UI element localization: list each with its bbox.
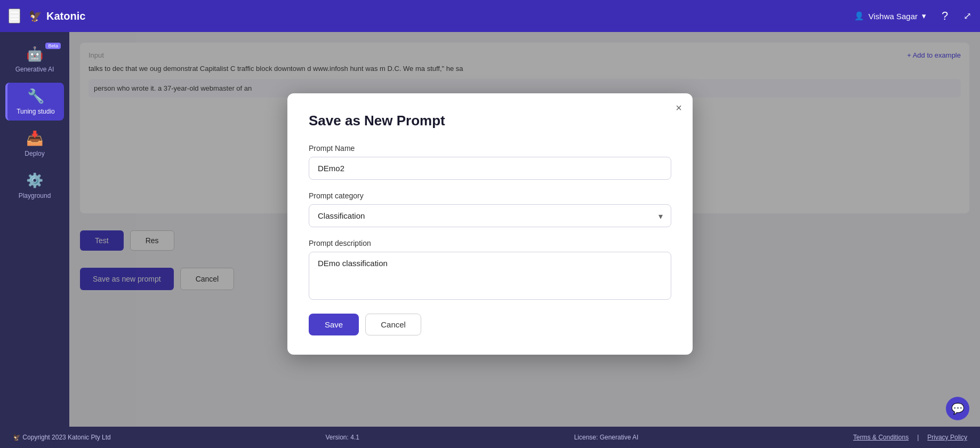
version-text: Version: 4.1 <box>326 434 359 441</box>
modal-close-button[interactable]: × <box>676 102 682 114</box>
prompt-category-select-wrapper: Classification Generation Summarization … <box>309 204 671 227</box>
sidebar-item-playground[interactable]: ⚙️ Playground <box>5 167 64 205</box>
logo-bird-icon: 🦅 <box>29 10 42 22</box>
hamburger-button[interactable]: ☰ <box>9 9 20 23</box>
deploy-icon: 📥 <box>26 130 43 147</box>
prompt-description-label: Prompt description <box>309 239 671 247</box>
beta-badge: Beta <box>45 43 61 49</box>
sidebar: Beta 🤖 Generative AI 🔧 Tuning studio 📥 D… <box>0 32 69 427</box>
modal-save-button[interactable]: Save <box>309 314 359 335</box>
footer-separator: | <box>917 434 919 441</box>
sidebar-item-tuning-studio[interactable]: 🔧 Tuning studio <box>5 83 64 121</box>
prompt-description-group: Prompt description DEmo classification <box>309 239 671 302</box>
sidebar-item-deploy[interactable]: 📥 Deploy <box>5 125 64 163</box>
chat-support-button[interactable]: 💬 <box>946 397 969 420</box>
license-text: License: Generative AI <box>574 434 639 441</box>
modal-cancel-button[interactable]: Cancel <box>365 314 421 335</box>
sidebar-item-generative-ai[interactable]: Beta 🤖 Generative AI <box>5 41 64 78</box>
footer-left: 🦅 Copyright 2023 Katonic Pty Ltd <box>13 434 111 441</box>
nav-right: 👤 Vishwa Sagar ▾ ? ⤢ <box>854 8 971 24</box>
prompt-name-group: Prompt Name <box>309 144 671 180</box>
prompt-description-input[interactable]: DEmo classification <box>309 252 671 300</box>
prompt-category-select[interactable]: Classification Generation Summarization … <box>309 204 671 227</box>
privacy-policy-link[interactable]: Privacy Policy <box>927 434 967 441</box>
user-name-label: Vishwa Sagar <box>869 12 918 21</box>
nav-left: ☰ 🦅 Katonic <box>9 9 85 23</box>
terms-conditions-link[interactable]: Terms & Conditions <box>853 434 909 441</box>
copyright-text: Copyright 2023 Katonic Pty Ltd <box>22 434 110 441</box>
modal-title: Save as New Prompt <box>309 113 671 129</box>
prompt-name-label: Prompt Name <box>309 144 671 153</box>
footer-logo-icon: 🦅 <box>13 434 21 441</box>
tuning-studio-icon: 🔧 <box>27 88 44 105</box>
playground-icon: ⚙️ <box>26 172 43 189</box>
user-chevron-icon: ▾ <box>922 11 926 21</box>
footer-center: Version: 4.1 <box>326 434 359 441</box>
sidebar-item-label: Playground <box>19 192 51 199</box>
sidebar-item-label: Generative AI <box>15 66 54 73</box>
help-button[interactable]: ? <box>937 8 953 24</box>
prompt-category-label: Prompt category <box>309 191 671 200</box>
user-avatar-icon: 👤 <box>854 11 864 21</box>
generative-ai-icon: 🤖 <box>26 46 43 62</box>
sidebar-item-label: Tuning studio <box>17 108 55 115</box>
footer: 🦅 Copyright 2023 Katonic Pty Ltd Version… <box>0 427 980 448</box>
logo: 🦅 Katonic <box>29 10 85 22</box>
footer-links: Terms & Conditions | Privacy Policy <box>853 434 967 441</box>
modal-actions: Save Cancel <box>309 314 671 335</box>
footer-license: License: Generative AI <box>574 434 639 441</box>
sidebar-item-label: Deploy <box>25 150 44 157</box>
save-as-new-prompt-modal: × Save as New Prompt Prompt Name Prompt … <box>287 93 693 355</box>
chat-icon: 💬 <box>951 402 965 415</box>
logo-text: Katonic <box>46 10 85 22</box>
expand-button[interactable]: ⤢ <box>963 10 971 22</box>
prompt-name-input[interactable] <box>309 157 671 180</box>
user-menu-button[interactable]: 👤 Vishwa Sagar ▾ <box>854 11 926 21</box>
prompt-category-group: Prompt category Classification Generatio… <box>309 191 671 227</box>
top-navigation: ☰ 🦅 Katonic 👤 Vishwa Sagar ▾ ? ⤢ <box>0 0 980 32</box>
